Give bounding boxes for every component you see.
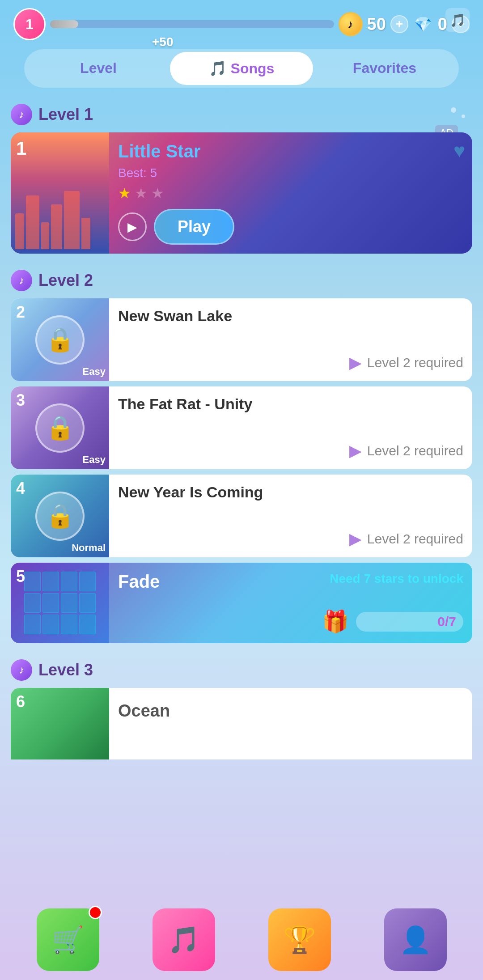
song-card-new-swan-lake: 2 🔒 Easy New Swan Lake ▶ Level 2 require… [11,298,472,381]
grid-cell [42,615,59,634]
nav-profile[interactable]: 👤 [384,908,447,971]
star-1: ★ [118,185,131,202]
building [15,213,24,249]
stars-content: Fade Need 7 stars to unlock 🎁 0/7 [109,563,472,643]
nav-music[interactable]: 🎵 [153,908,215,971]
song-req-2: ▶ Level 2 required [118,353,463,372]
level3-section: ♪ Level 3 6 Ocean [0,652,483,759]
req-text-3: Level 2 required [367,443,463,458]
building [81,218,90,249]
building [64,191,80,249]
tab-favorites-label: Favorites [353,60,416,76]
song-thumb-3: 3 🔒 Easy [11,386,109,469]
bottom-nav: 🛒 🎵 🏆 👤 [0,904,483,980]
grid-cell [24,572,41,591]
grid-cell [79,593,96,613]
tabs-container: Level 🎵 Songs Favorites [24,49,459,88]
level1-header: ♪ Level 1 [0,97,483,132]
song-info-3: The Fat Rat - Unity ▶ Level 2 required [109,386,472,469]
song-num-4: 4 [16,479,25,498]
req-text-4: Level 2 required [367,531,463,547]
song-card-new-year: 4 🔒 Normal New Year Is Coming ▶ Level 2 … [11,475,472,557]
play-button[interactable]: Play [154,209,234,245]
tab-favorites[interactable]: Favorites [313,52,456,85]
tab-level-label: Level [80,60,117,76]
song-info-4: New Year Is Coming ▶ Level 2 required [109,475,472,557]
req-text-2: Level 2 required [367,355,463,370]
grid-cell [42,593,59,613]
song-thumb-5: 5 [11,563,109,643]
level2-icon: ♪ [11,270,32,291]
level2-header: ♪ Level 2 [0,263,483,298]
level-number: 1 [25,16,34,33]
decor-dot [451,107,456,113]
coin-icon: ♪ [339,12,363,36]
song-title-6: Ocean [109,688,179,759]
coin-count: 50 [367,15,386,34]
tab-level[interactable]: Level [27,52,170,85]
difficulty-badge-2: Easy [83,366,106,378]
song-num-5: 5 [16,567,25,586]
lock-icon-4: 🔒 [35,492,85,541]
nav-trophy[interactable]: 🏆 [268,908,331,971]
xp-bar-fill [50,20,78,28]
tab-songs[interactable]: 🎵 Songs [170,52,313,85]
music-nav-icon[interactable]: 🎵 [153,908,215,971]
star-2: ★ [135,185,148,202]
song-thumb-6: 6 [11,688,109,759]
song-num-3: 3 [16,391,25,410]
featured-stars: ★ ★ ★ [118,185,463,202]
nav-shop[interactable]: 🛒 [37,908,99,971]
featured-content: Little Star Best: 5 ★ ★ ★ ▶ Play [109,132,472,254]
tab-songs-label: 🎵 Songs [209,60,275,76]
star-3: ★ [151,185,164,202]
building [41,222,49,249]
song-thumb-4: 4 🔒 Normal [11,475,109,557]
song-num-6: 6 [16,692,25,711]
difficulty-badge-4: Normal [72,542,106,554]
music-settings-button[interactable]: 🎵 [445,8,470,32]
level1-label: Level 1 [38,105,93,124]
grid-cell [61,572,77,591]
song-req-3: ▶ Level 2 required [118,441,463,460]
shop-icon[interactable]: 🛒 [37,908,99,971]
song-thumb-2: 2 🔒 Easy [11,298,109,381]
trophy-icon[interactable]: 🏆 [268,908,331,971]
city-silhouette [15,187,105,249]
shop-badge [89,906,102,919]
favorite-button[interactable]: ♥ [453,140,465,162]
song-title-3: The Fat Rat - Unity [118,395,463,413]
grid-cell [42,572,59,591]
fade-title: Fade [118,572,160,592]
preview-button[interactable]: ▶ [118,212,147,241]
level-badge: 1 [13,8,46,40]
decor-dot [462,115,465,118]
featured-song-title: Little Star [118,141,463,161]
track-number: 1 [16,138,26,159]
featured-thumb: 1 [11,132,109,254]
progress-text: 0/7 [437,614,456,629]
play-icon-3: ▶ [349,441,362,460]
lock-icon-3: 🔒 [35,403,85,453]
level3-header: ♪ Level 3 [0,652,483,688]
grid-cell [24,593,41,613]
song-info-2: New Swan Lake ▶ Level 2 required [109,298,472,381]
diamond-icon: 💎 [413,14,433,34]
song-title-4: New Year Is Coming [118,484,463,501]
progress-bar: 0/7 [356,612,463,632]
song-title-2: New Swan Lake [118,307,463,325]
level2-label: Level 2 [38,271,93,290]
featured-actions: ▶ Play [118,209,463,245]
profile-icon[interactable]: 👤 [384,908,447,971]
level3-icon: ♪ [11,659,32,681]
lock-icon-2: 🔒 [35,315,85,365]
difficulty-badge-3: Easy [83,454,106,466]
add-coins-button[interactable]: + [390,15,408,33]
xp-bar [50,20,334,28]
play-icon-2: ▶ [349,353,362,372]
grid-cell [61,615,77,634]
grid-cell [79,615,96,634]
song-card-6: 6 Ocean [11,688,472,759]
featured-best-score: Best: 5 [118,166,463,180]
coins-earned-label: +50 [152,35,174,49]
